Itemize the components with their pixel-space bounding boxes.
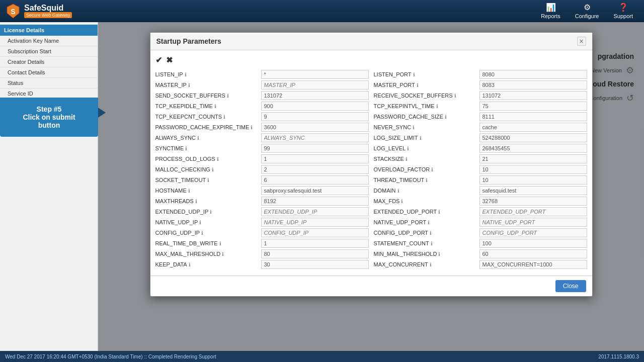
param-input-r-thread-timeout[interactable]	[479, 175, 587, 185]
sidebar-item-subscription-start[interactable]: Subscription Start	[0, 46, 98, 57]
info-icon[interactable]: ℹ	[413, 72, 415, 77]
info-icon[interactable]: ℹ	[420, 135, 422, 141]
cancel-button[interactable]: ✖	[166, 55, 173, 65]
info-icon[interactable]: ℹ	[436, 104, 438, 109]
info-icon[interactable]: ℹ	[430, 230, 432, 236]
nav-support[interactable]: ❓ Support	[607, 1, 639, 21]
info-icon[interactable]: ℹ	[413, 125, 415, 130]
info-icon[interactable]: ℹ	[430, 262, 432, 267]
param-label-r-statement-count: STATEMENT_COUNT ℹ	[374, 240, 479, 246]
param-input-always-sync[interactable]	[261, 133, 369, 142]
param-input-r-master-port[interactable]	[479, 80, 587, 89]
info-icon[interactable]: ℹ	[197, 135, 199, 141]
param-input-malloc-checking[interactable]	[261, 165, 369, 174]
param-input-r-listen-port[interactable]	[479, 70, 587, 79]
info-icon[interactable]: ℹ	[201, 230, 203, 236]
info-icon[interactable]: ℹ	[438, 251, 440, 257]
param-label-process-old-logs: PROCESS_OLD_LOGS ℹ	[155, 156, 261, 162]
param-row-left-18: KEEP_DATA ℹ	[155, 260, 369, 269]
info-icon[interactable]: ℹ	[223, 114, 225, 120]
param-row-right-1: MASTER_PORT ℹ	[374, 80, 587, 89]
info-icon[interactable]: ℹ	[438, 209, 440, 215]
param-input-r-statement-count[interactable]	[479, 239, 587, 248]
param-input-maxthreads[interactable]	[261, 197, 369, 206]
param-row-left-13: EXTENDED_UDP_IP ℹ	[155, 207, 369, 216]
param-label-malloc-checking: MALLOC_CHECKING ℹ	[155, 166, 261, 172]
param-input-r-extended-udp-port[interactable]	[479, 207, 587, 216]
close-dialog-button[interactable]: Close	[555, 280, 586, 292]
param-input-r-max-fds[interactable]	[479, 197, 587, 206]
param-input-tcp-keepcnt-counts[interactable]	[261, 112, 369, 121]
info-icon[interactable]: ℹ	[207, 177, 209, 183]
param-input-keep-data[interactable]	[261, 260, 369, 269]
info-icon[interactable]: ℹ	[212, 167, 214, 172]
param-input-process-old-logs[interactable]	[261, 154, 369, 163]
info-icon[interactable]: ℹ	[185, 72, 187, 77]
info-icon[interactable]: ℹ	[397, 188, 399, 194]
param-input-r-max-concurrent[interactable]	[479, 260, 587, 269]
info-icon[interactable]: ℹ	[189, 262, 191, 267]
info-icon[interactable]: ℹ	[195, 199, 197, 204]
info-icon[interactable]: ℹ	[431, 241, 433, 246]
param-input-r-stacksize[interactable]	[479, 154, 587, 163]
info-icon[interactable]: ℹ	[428, 220, 430, 225]
param-input-r-log-size-limit[interactable]	[479, 133, 587, 142]
param-input-native-udp-ip[interactable]	[261, 218, 369, 227]
info-icon[interactable]: ℹ	[406, 156, 408, 162]
submit-button[interactable]: ✔	[155, 55, 162, 65]
sidebar-item-creator-details[interactable]: Creator Details	[0, 57, 98, 67]
param-input-password-cache-expire-time[interactable]	[261, 123, 369, 132]
param-input-r-domain[interactable]	[479, 186, 587, 195]
param-input-r-tcp-keepintvl-time[interactable]	[479, 102, 587, 111]
param-input-r-receive-socket-buffers[interactable]	[479, 91, 587, 100]
info-icon[interactable]: ℹ	[454, 93, 456, 99]
params-left-column: LISTEN_IP ℹMASTER_IP ℹSEND_SOCKET_BUFFER…	[155, 70, 369, 270]
info-icon[interactable]: ℹ	[188, 188, 190, 194]
info-icon[interactable]: ℹ	[401, 199, 403, 204]
info-icon[interactable]: ℹ	[188, 82, 190, 88]
modal-overlay: Startup Parameters × ✔ ✖ LISTEN_IP ℹMAST…	[98, 22, 644, 351]
param-row-left-7: SYNCTIME ℹ	[155, 144, 369, 153]
sidebar-item-activation-key[interactable]: Activation Key Name	[0, 36, 98, 46]
info-icon[interactable]: ℹ	[214, 104, 216, 109]
info-icon[interactable]: ℹ	[431, 167, 433, 172]
info-icon[interactable]: ℹ	[217, 156, 219, 162]
nav-configure[interactable]: ⚙ Configure	[569, 1, 605, 21]
modal-close-button[interactable]: ×	[577, 37, 586, 46]
info-icon[interactable]: ℹ	[407, 146, 409, 151]
param-input-r-overload-factor[interactable]	[479, 165, 587, 174]
param-input-max-mail-threshold[interactable]	[261, 249, 369, 258]
param-input-send-socket-buffers[interactable]	[261, 91, 369, 100]
param-input-listen-ip[interactable]	[261, 70, 369, 79]
param-row-right-7: LOG_LEVEL ℹ	[374, 144, 587, 153]
param-input-tcp-keepidle-time[interactable]	[261, 102, 369, 111]
info-icon[interactable]: ℹ	[219, 241, 221, 246]
info-icon[interactable]: ℹ	[210, 209, 212, 215]
info-icon[interactable]: ℹ	[199, 220, 201, 225]
sidebar-item-contact-details[interactable]: Contact Details	[0, 67, 98, 78]
sidebar-item-status[interactable]: Status	[0, 78, 98, 88]
info-icon[interactable]: ℹ	[222, 251, 224, 257]
param-input-r-config-udp-port[interactable]	[479, 228, 587, 237]
info-icon[interactable]: ℹ	[251, 125, 253, 130]
param-input-r-never-sync[interactable]	[479, 123, 587, 132]
param-input-extended-udp-ip[interactable]	[261, 207, 369, 216]
param-input-r-min-mail-threshold[interactable]	[479, 249, 587, 258]
param-input-r-native-udp-port[interactable]	[479, 218, 587, 227]
info-icon[interactable]: ℹ	[185, 146, 187, 151]
param-input-hostname[interactable]	[261, 186, 369, 195]
param-row-right-8: STACKSIZE ℹ	[374, 154, 587, 163]
param-input-r-log-level[interactable]	[479, 144, 587, 153]
configure-icon: ⚙	[584, 3, 591, 12]
param-input-socket-timeout[interactable]	[261, 175, 369, 185]
info-icon[interactable]: ℹ	[445, 114, 447, 120]
param-input-synctime[interactable]	[261, 144, 369, 153]
info-icon[interactable]: ℹ	[417, 82, 419, 88]
nav-reports[interactable]: 📊 Reports	[535, 1, 567, 21]
info-icon[interactable]: ℹ	[227, 93, 229, 99]
param-input-config-udp-ip[interactable]	[261, 228, 369, 237]
param-input-r-password-cache-size[interactable]	[479, 112, 587, 121]
info-icon[interactable]: ℹ	[426, 177, 428, 183]
param-input-real-time-db-write[interactable]	[261, 239, 369, 248]
param-input-master-ip[interactable]	[261, 80, 369, 89]
